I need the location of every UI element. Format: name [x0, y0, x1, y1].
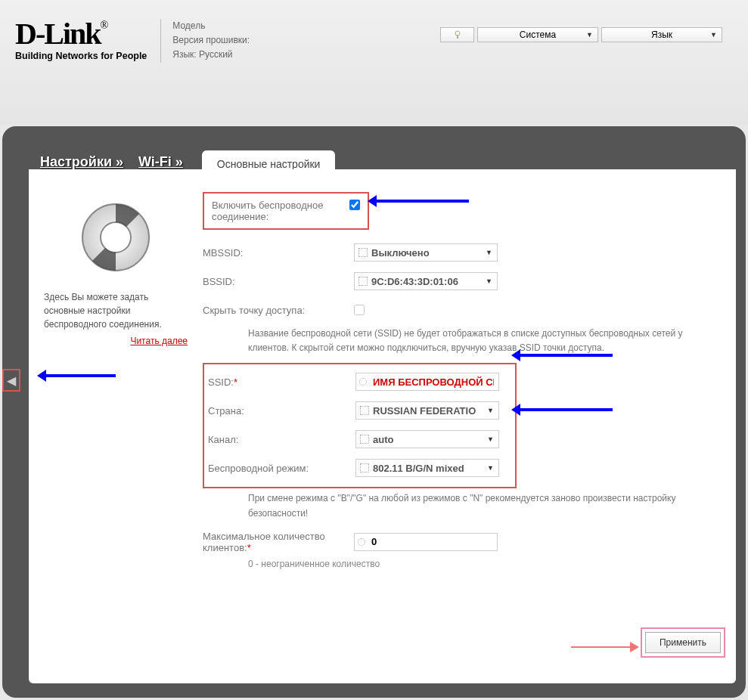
language-dropdown[interactable]: Язык [601, 27, 722, 42]
wireless-mode-select[interactable]: 802.11 B/G/N mixed [355, 459, 499, 477]
enable-wireless-checkbox[interactable] [349, 200, 360, 210]
help-icon [78, 200, 154, 275]
status-indicator [440, 27, 474, 42]
apply-button[interactable]: Применить [645, 632, 721, 653]
help-text: Здесь Вы можете задать основные настройк… [44, 290, 188, 331]
breadcrumb-root[interactable]: Настройки » [40, 154, 123, 169]
sidebar-expand-toggle[interactable]: ◀ [2, 369, 20, 392]
channel-label: Канал: [208, 434, 355, 445]
svg-rect-1 [457, 35, 458, 39]
read-more-link[interactable]: Читать далее [44, 336, 188, 346]
ssid-label: SSID:* [208, 376, 355, 388]
language-label: Язык: Русский [172, 48, 250, 62]
max-clients-note: 0 - неограниченное количество [248, 559, 713, 569]
country-label: Страна: [208, 405, 355, 417]
max-clients-input[interactable] [354, 533, 498, 551]
annotation-arrow [571, 646, 635, 648]
hide-ap-checkbox[interactable] [354, 305, 365, 315]
device-info: Модель Версия прошивки: Язык: Русский [160, 19, 250, 63]
mode-note: При смене режима с "B"/"G" на любой из р… [248, 491, 713, 520]
country-select[interactable]: RUSSIAN FEDERATIO [355, 401, 499, 420]
system-dropdown[interactable]: Система [477, 27, 598, 42]
bssid-label: BSSID: [203, 276, 354, 287]
channel-select[interactable]: auto [355, 430, 499, 448]
model-label: Модель [172, 19, 250, 33]
ssid-input[interactable] [355, 373, 499, 391]
mbssid-select[interactable]: Выключено [354, 243, 498, 262]
hide-ap-note: Название беспроводной сети (SSID) не буд… [248, 327, 713, 355]
hide-ap-label: Скрыть точку доступа: [203, 305, 354, 316]
annotation-arrow [371, 200, 469, 203]
mbssid-label: MBSSID: [203, 247, 354, 259]
wireless-mode-label: Беспроводной режим: [208, 463, 355, 474]
firmware-label: Версия прошивки: [172, 33, 250, 48]
enable-wireless-label: Включить беспроводное соединение: [212, 200, 333, 222]
chevron-left-icon: ◀ [7, 373, 16, 388]
bssid-select[interactable]: 9C:D6:43:3D:01:06 [354, 272, 498, 290]
breadcrumb-wifi[interactable]: Wi-Fi » [138, 154, 183, 169]
annotation-arrow [514, 408, 613, 411]
max-clients-label: Максимальное количество клиентов:* [203, 531, 354, 553]
annotation-arrow [40, 374, 116, 377]
annotation-arrow [514, 354, 613, 357]
logo: D-Link® Building Networks for People [15, 19, 147, 61]
